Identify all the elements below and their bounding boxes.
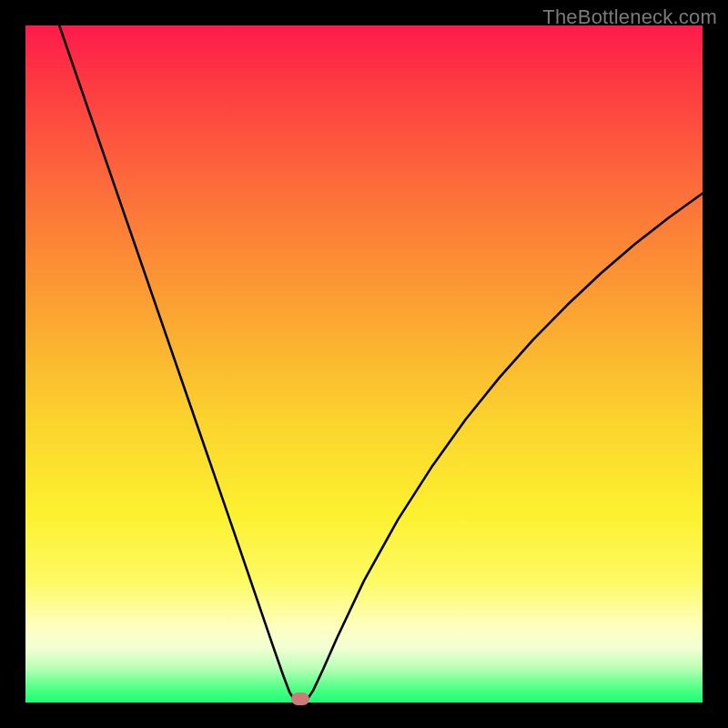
chart-frame: TheBottleneck.com: [0, 0, 728, 728]
bottleneck-curve: [25, 25, 703, 703]
optimal-point-marker: [291, 693, 309, 705]
plot-area: [25, 25, 703, 703]
